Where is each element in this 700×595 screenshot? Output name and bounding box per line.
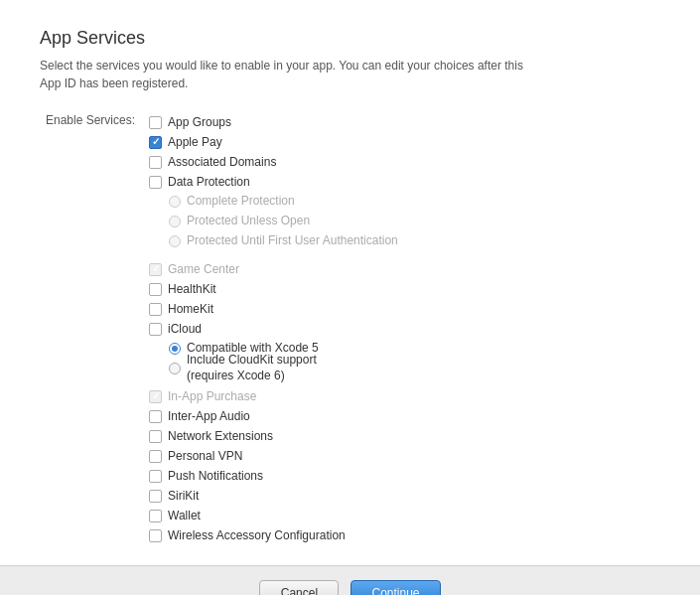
service-item-sirikit: SiriKit [149, 486, 398, 506]
checkbox-healthkit[interactable] [149, 283, 162, 296]
checkbox-data-protection[interactable] [149, 176, 162, 189]
checkbox-icloud[interactable] [149, 323, 162, 336]
label-push-notifications: Push Notifications [168, 469, 263, 483]
service-item-homekit: HomeKit [149, 299, 398, 319]
checkbox-apple-pay[interactable] [149, 136, 162, 149]
checkbox-personal-vpn[interactable] [149, 450, 162, 463]
checkbox-associated-domains[interactable] [149, 156, 162, 169]
footer: Cancel Continue [0, 565, 700, 595]
service-item-apple-pay: Apple Pay [149, 132, 398, 152]
label-sirikit: SiriKit [168, 489, 199, 503]
service-item-data-protection: Data Protection [149, 172, 398, 192]
spacer [149, 378, 398, 386]
checkbox-network-extensions[interactable] [149, 430, 162, 443]
label-homekit: HomeKit [168, 302, 213, 316]
label-inter-app-audio: Inter-App Audio [168, 409, 250, 423]
service-item-personal-vpn: Personal VPN [149, 446, 398, 466]
page-description: Select the services you would like to en… [40, 57, 526, 92]
label-healthkit: HealthKit [168, 282, 216, 296]
radio-compatible-xcode5[interactable] [169, 343, 181, 355]
service-item-inter-app-audio: Inter-App Audio [149, 406, 398, 426]
checkbox-game-center[interactable] [149, 263, 162, 276]
service-item-associated-domains: Associated Domains [149, 152, 398, 172]
label-network-extensions: Network Extensions [168, 429, 273, 443]
radio-complete-protection[interactable] [169, 196, 181, 208]
service-item-icloud: iCloud [149, 319, 398, 339]
label-personal-vpn: Personal VPN [168, 449, 242, 463]
page-title: App Services [40, 28, 660, 49]
checkbox-wallet[interactable] [149, 510, 162, 522]
checkbox-inter-app-audio[interactable] [149, 410, 162, 423]
label-complete-protection: Complete Protection [187, 194, 295, 210]
label-data-protection: Data Protection [168, 175, 250, 189]
enable-services-label: Enable Services: [40, 112, 149, 127]
checkbox-homekit[interactable] [149, 303, 162, 316]
radio-protected-until-auth[interactable] [169, 235, 181, 247]
label-protected-until-auth: Protected Until First User Authenticatio… [187, 233, 398, 249]
service-item-push-notifications: Push Notifications [149, 466, 398, 486]
service-item-wallet: Wallet [149, 506, 398, 525]
label-wallet: Wallet [168, 509, 201, 522]
checkbox-in-app-purchase[interactable] [149, 390, 162, 403]
sub-option-protected-unless-open: Protected Unless Open [169, 212, 398, 231]
service-item-network-extensions: Network Extensions [149, 426, 398, 446]
label-app-groups: App Groups [168, 115, 231, 129]
service-item-wireless-accessory: Wireless Accessory Configuration [149, 525, 398, 545]
sub-option-complete-protection: Complete Protection [169, 192, 398, 212]
service-item-healthkit: HealthKit [149, 279, 398, 299]
label-in-app-purchase: In-App Purchase [168, 389, 256, 403]
service-item-game-center: Game Center [149, 259, 398, 279]
checkbox-app-groups[interactable] [149, 116, 162, 129]
label-wireless-accessory: Wireless Accessory Configuration [168, 528, 346, 542]
checkbox-sirikit[interactable] [149, 490, 162, 503]
label-apple-pay: Apple Pay [168, 135, 222, 149]
label-protected-unless-open: Protected Unless Open [187, 214, 310, 229]
sub-option-include-cloudkit: Include CloudKit support (requires Xcode… [169, 359, 398, 378]
checkbox-wireless-accessory[interactable] [149, 529, 162, 542]
spacer [149, 251, 398, 259]
radio-protected-unless-open[interactable] [169, 216, 181, 227]
label-game-center: Game Center [168, 262, 239, 276]
radio-include-cloudkit[interactable] [169, 363, 181, 374]
sub-option-protected-until-auth: Protected Until First User Authenticatio… [169, 231, 398, 251]
cancel-button[interactable]: Cancel [259, 580, 339, 596]
service-item-in-app-purchase: In-App Purchase [149, 386, 398, 406]
sub-options-icloud: Compatible with Xcode 5Include CloudKit … [169, 339, 398, 378]
label-icloud: iCloud [168, 322, 202, 336]
checkbox-push-notifications[interactable] [149, 470, 162, 483]
continue-button[interactable]: Continue [350, 580, 440, 596]
services-list: App GroupsApple PayAssociated DomainsDat… [149, 112, 398, 545]
service-item-app-groups: App Groups [149, 112, 398, 132]
label-associated-domains: Associated Domains [168, 155, 276, 169]
sub-options-data-protection: Complete ProtectionProtected Unless Open… [169, 192, 398, 251]
